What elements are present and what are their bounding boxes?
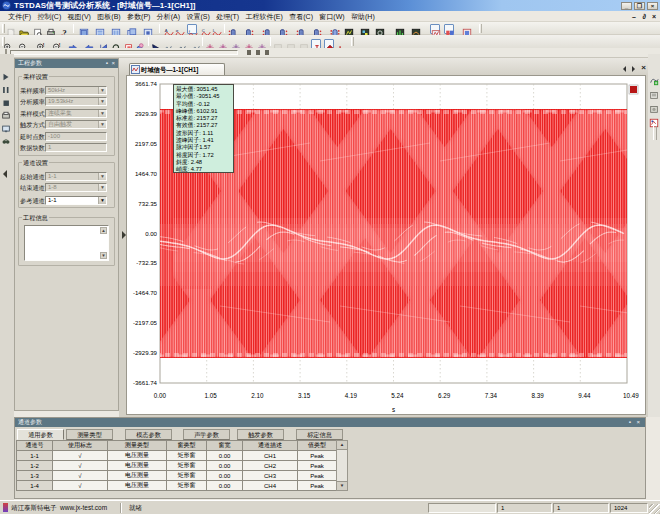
svg-text:8.39: 8.39 [531, 392, 544, 399]
svg-text:0.00: 0.00 [145, 230, 157, 237]
svg-text:2929.39: 2929.39 [135, 110, 158, 117]
svg-text:2.10: 2.10 [251, 392, 264, 399]
svg-text:5.24: 5.24 [391, 392, 404, 399]
svg-text:A: A [165, 28, 168, 33]
svg-text:-2197.05: -2197.05 [133, 319, 158, 326]
svg-text:10.49: 10.49 [623, 392, 639, 399]
svg-text:1464.70: 1464.70 [135, 170, 158, 177]
svg-text:0.00: 0.00 [154, 392, 167, 399]
svg-text:7.34: 7.34 [485, 392, 498, 399]
svg-text:3661.74: 3661.74 [135, 80, 158, 87]
svg-text:2197.05: 2197.05 [135, 140, 158, 147]
svg-text:s: s [392, 406, 395, 413]
svg-text:-732.35: -732.35 [136, 259, 157, 266]
svg-text:1.05: 1.05 [205, 392, 218, 399]
svg-text:σ: σ [176, 28, 179, 33]
svg-text:732.35: 732.35 [138, 200, 157, 207]
svg-text:-2929.39: -2929.39 [133, 349, 158, 356]
svg-text:C: C [202, 28, 205, 33]
svg-text:3.15: 3.15 [298, 392, 311, 399]
svg-text:-1464.70: -1464.70 [133, 289, 158, 296]
svg-text:-3661.74: -3661.74 [133, 379, 158, 386]
svg-text:4.19: 4.19 [345, 392, 358, 399]
svg-text:9.44: 9.44 [578, 392, 591, 399]
svg-text:6.29: 6.29 [438, 392, 451, 399]
